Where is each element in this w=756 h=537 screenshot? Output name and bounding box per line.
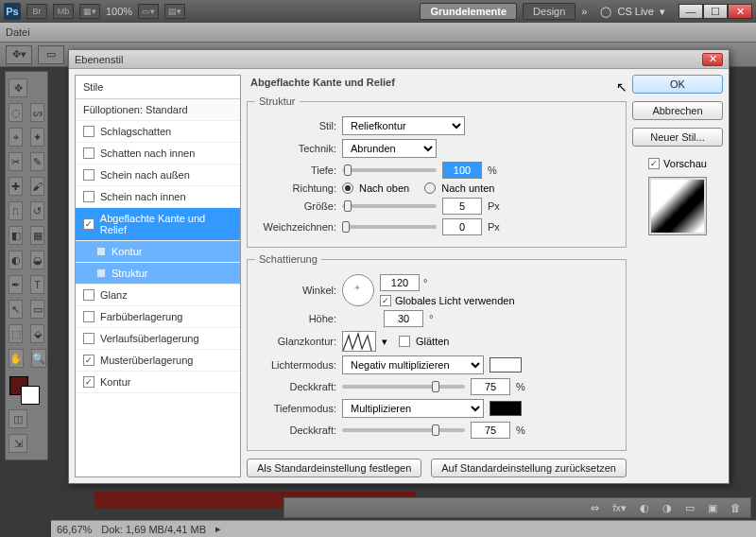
depth-input[interactable] <box>442 162 482 179</box>
shape-tool[interactable]: ▭ <box>30 300 44 319</box>
checkbox[interactable] <box>83 311 94 322</box>
checkbox[interactable] <box>83 126 94 137</box>
color-swatches[interactable] <box>8 374 45 405</box>
drop-shadow-item[interactable]: Schlagschatten <box>76 121 240 143</box>
zoom-tool[interactable]: 🔍 <box>31 349 46 368</box>
highlight-opacity-slider[interactable] <box>342 385 465 389</box>
cslive-button[interactable]: CS Live <box>617 6 654 17</box>
make-default-button[interactable]: Als Standardeinstellung festlegen <box>247 459 421 477</box>
tool-preset[interactable]: ✥▾ <box>6 45 32 64</box>
shadow-opacity-slider[interactable] <box>342 428 465 432</box>
workspace-more[interactable]: » <box>581 6 587 17</box>
direction-up-radio[interactable] <box>342 182 353 194</box>
altitude-input[interactable] <box>384 310 423 327</box>
window-close[interactable]: ✕ <box>728 4 752 19</box>
window-minimize[interactable]: ― <box>679 4 703 19</box>
depth-slider[interactable] <box>342 168 437 172</box>
style-select[interactable]: Reliefkontur <box>342 116 465 135</box>
bevel-texture-subitem[interactable]: Struktur <box>76 263 240 285</box>
quickmask-toggle[interactable]: ◫ <box>9 409 27 428</box>
bridge-button[interactable]: Br <box>26 4 47 19</box>
soften-slider[interactable] <box>342 225 437 229</box>
soften-input[interactable] <box>442 218 482 235</box>
history-tool[interactable]: ↺ <box>30 201 44 220</box>
size-slider[interactable] <box>342 204 437 208</box>
type-tool[interactable]: T <box>30 275 44 294</box>
cancel-button[interactable]: Abbrechen <box>632 101 723 120</box>
angle-wheel[interactable]: ＋ <box>342 274 374 306</box>
workspace-essentials[interactable]: Grundelemente <box>420 3 517 20</box>
size-input[interactable] <box>442 198 482 215</box>
new-layer-icon[interactable]: ▣ <box>708 502 717 514</box>
bevel-emboss-item[interactable]: ✓Abgeflachte Kante und Relief <box>76 208 240 241</box>
new-style-button[interactable]: Neuer Stil... <box>632 128 723 147</box>
direction-down-radio[interactable] <box>424 182 436 194</box>
color-overlay-item[interactable]: Farbüberlagerung <box>76 306 240 328</box>
checkbox[interactable] <box>83 191 94 202</box>
eyedropper-tool[interactable]: ✎ <box>30 152 44 171</box>
dodge-tool[interactable]: ◒ <box>30 251 44 269</box>
arrange-button[interactable]: ▭▾ <box>138 4 159 19</box>
pattern-overlay-item[interactable]: ✓Musterüberlagerung <box>76 350 240 372</box>
marquee-tool[interactable]: ◌ <box>9 103 23 122</box>
highlight-opacity-input[interactable] <box>471 378 510 395</box>
option-1[interactable]: ▭ <box>38 45 64 64</box>
status-doc[interactable]: Dok: 1,69 MB/4,41 MB <box>101 524 206 535</box>
dialog-close-icon[interactable]: ✕ <box>702 53 723 66</box>
shadow-opacity-input[interactable] <box>471 422 510 439</box>
eraser-tool[interactable]: ◧ <box>9 226 23 245</box>
gloss-contour-picker[interactable] <box>342 331 376 352</box>
antialias-checkbox[interactable] <box>399 336 410 347</box>
extras-button[interactable]: ▤▾ <box>164 4 185 19</box>
checkbox[interactable] <box>83 333 94 344</box>
shadow-color-chip[interactable] <box>490 401 522 416</box>
crop-tool[interactable]: ✂ <box>9 152 23 171</box>
satin-item[interactable]: Glanz <box>76 285 240 306</box>
mask-icon[interactable]: ◐ <box>640 502 649 514</box>
minibridge-button[interactable]: Mb <box>53 4 74 19</box>
checkbox[interactable] <box>83 169 94 181</box>
shadow-mode-select[interactable]: Multiplizieren <box>342 399 484 418</box>
global-light-checkbox[interactable]: ✓ <box>380 295 391 306</box>
inner-glow-item[interactable]: Schein nach innen <box>76 186 240 208</box>
stroke-item[interactable]: ✓Kontur <box>76 372 240 393</box>
gradient-tool[interactable]: ▦ <box>30 226 44 245</box>
technique-select[interactable]: Abrunden <box>342 139 437 158</box>
trash-icon[interactable]: 🗑 <box>730 502 741 513</box>
screenmode-toggle[interactable]: ⇲ <box>9 434 27 453</box>
hand-tool[interactable]: ✋ <box>9 349 24 368</box>
dialog-titlebar[interactable]: Ebenenstil ✕ <box>69 50 729 69</box>
move-tool[interactable]: ✥ <box>9 78 27 97</box>
checkbox[interactable] <box>83 289 94 301</box>
brush-tool[interactable]: 🖌 <box>30 177 44 196</box>
lasso-tool[interactable]: ᔕ <box>30 103 44 122</box>
link-layers-icon[interactable]: ⇔ <box>591 502 599 514</box>
blur-tool[interactable]: ◐ <box>9 251 23 269</box>
wand-tool[interactable]: ✦ <box>30 128 44 147</box>
pen-tool[interactable]: ✒ <box>9 275 23 294</box>
background-color[interactable] <box>21 386 40 405</box>
ok-button[interactable]: OK <box>632 75 723 94</box>
screenmode-button[interactable]: ▦▾ <box>79 4 100 19</box>
preview-checkbox[interactable]: ✓ <box>648 158 660 169</box>
angle-input[interactable] <box>380 274 420 291</box>
status-zoom[interactable]: 66,67% <box>57 524 92 535</box>
gradient-overlay-item[interactable]: Verlaufsüberlagerung <box>76 328 240 350</box>
heal-tool[interactable]: ✚ <box>9 177 23 196</box>
inner-shadow-item[interactable]: Schatten nach innen <box>76 143 240 165</box>
blending-options-item[interactable]: Fülloptionen: Standard <box>76 99 240 121</box>
menu-file[interactable]: Datei <box>6 26 30 38</box>
path-tool[interactable]: ↖ <box>9 300 23 319</box>
checkbox-checked[interactable]: ✓ <box>83 218 94 230</box>
checkbox[interactable] <box>83 147 94 159</box>
zoom-level[interactable]: 100% <box>106 6 132 17</box>
outer-glow-item[interactable]: Schein nach außen <box>76 165 240 186</box>
checkbox-checked[interactable]: ✓ <box>83 376 94 388</box>
highlight-mode-select[interactable]: Negativ multiplizieren <box>342 355 484 374</box>
stamp-tool[interactable]: ⎍ <box>9 201 23 220</box>
checkbox-checked[interactable]: ✓ <box>83 355 94 366</box>
3d-tool[interactable]: ⬚ <box>9 324 23 343</box>
reset-default-button[interactable]: Auf Standardeinstellung zurücksetzen <box>431 459 627 477</box>
3dcam-tool[interactable]: ⬙ <box>30 324 44 343</box>
folder-icon[interactable]: ▭ <box>685 502 695 514</box>
